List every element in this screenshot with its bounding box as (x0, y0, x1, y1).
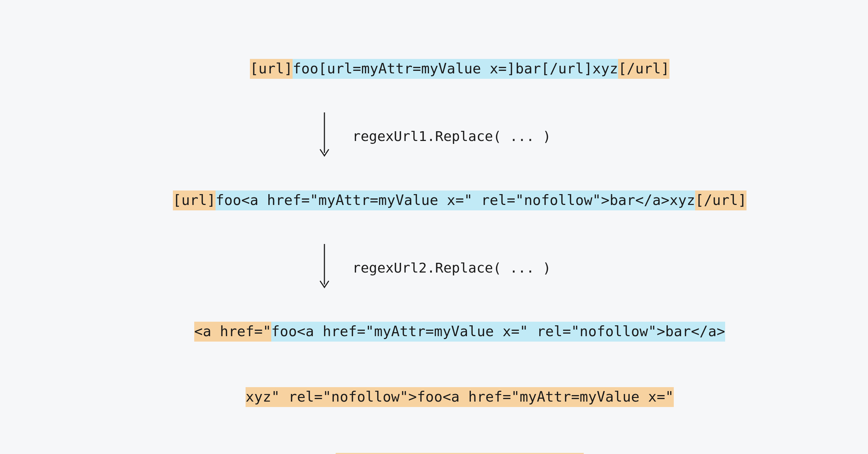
stage-2-seg-0: [url] (173, 190, 216, 210)
diagram-canvas: [url]foo[url=myAttr=myValue x=]bar[/url]… (0, 0, 868, 454)
stage-3-l0-s0: <a href=" (194, 322, 271, 342)
stage-1-seg-1: foo[url=myAttr=myValue x=]bar[/url]xyz (293, 59, 618, 79)
stage-3: <a href="foo<a href="myAttr=myValue x=" … (0, 299, 868, 454)
stage-3-l0-s1: foo<a href="myAttr=myValue x=" rel="nofo… (271, 322, 725, 342)
stage-1-seg-2: [/url] (618, 59, 669, 79)
arrow-1-label: regexUrl1.Replace( ... ) (352, 128, 551, 144)
arrow-2: regexUrl2.Replace( ... ) (0, 243, 868, 290)
stage-3-line-0: <a href="foo<a href="myAttr=myValue x=" … (0, 299, 868, 364)
arrow-down-icon (317, 111, 332, 158)
stage-3-l1-s0: xyz" rel="nofollow">foo<a href="myAttr=m… (246, 387, 674, 407)
stage-2: [url]foo<a href="myAttr=myValue x=" rel=… (0, 167, 868, 233)
stage-1: [url]foo[url=myAttr=myValue x=]bar[/url]… (0, 36, 868, 102)
stage-2-seg-1: foo<a href="myAttr=myValue x=" rel="nofo… (216, 190, 695, 210)
arrow-2-label: regexUrl2.Replace( ... ) (352, 260, 551, 276)
stage-3-line-1: xyz" rel="nofollow">foo<a href="myAttr=m… (0, 364, 868, 430)
arrow-down-icon (317, 243, 332, 290)
stage-2-seg-2: [/url] (695, 190, 746, 210)
stage-1-code: [url]foo[url=myAttr=myValue x=]bar[/url]… (199, 59, 669, 98)
stage-1-seg-0: [url] (250, 59, 293, 79)
stage-3-line-2: rel="nofollow">bar</a>xyz</a> (0, 430, 868, 454)
stage-2-code: [url]foo<a href="myAttr=myValue x=" rel=… (122, 190, 747, 230)
arrow-1: regexUrl1.Replace( ... ) (0, 111, 868, 158)
